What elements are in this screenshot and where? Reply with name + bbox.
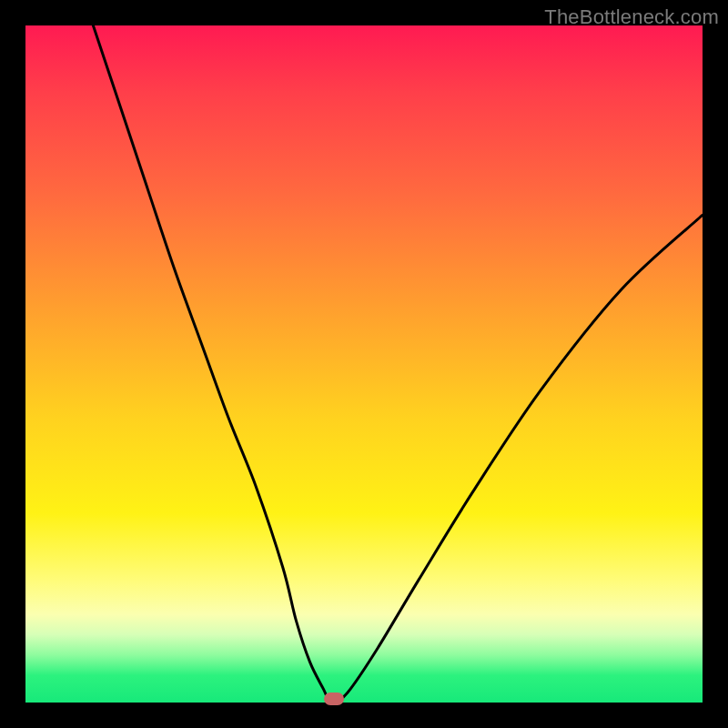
- bottleneck-curve: [25, 25, 703, 703]
- plot-area: [25, 25, 703, 703]
- optimal-marker: [324, 693, 344, 705]
- watermark-text: TheBottleneck.com: [544, 5, 719, 29]
- chart-frame: TheBottleneck.com: [0, 0, 728, 728]
